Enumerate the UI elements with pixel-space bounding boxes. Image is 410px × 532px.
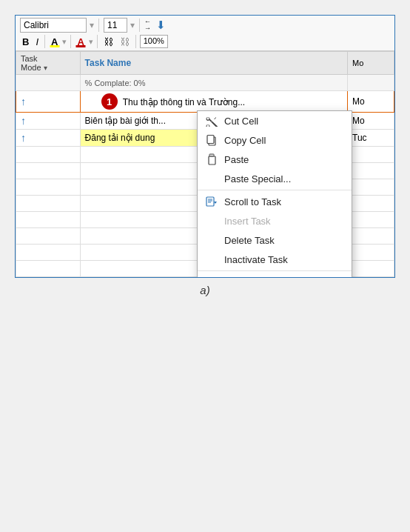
row2-mode-icon: ↑ xyxy=(21,115,26,127)
col-mode-header[interactable]: TaskMode ▾ xyxy=(16,52,81,75)
scroll-to-task-label: Scroll to Task xyxy=(224,196,281,207)
nav-arrows: ← → xyxy=(144,19,151,32)
ctx-delete-task[interactable]: Delete Task xyxy=(198,230,352,250)
taskname-header-text: Task Name xyxy=(85,58,131,68)
row1-task-name: Thu thập thông tin và Trường... xyxy=(123,97,245,107)
ctx-scroll-to-task[interactable]: Scroll to Task xyxy=(198,192,352,211)
percent-right-cell xyxy=(348,75,394,91)
unlink-button[interactable]: ⛓ xyxy=(118,36,132,48)
empty-mode xyxy=(16,245,81,261)
toolbar-separator6 xyxy=(135,35,136,48)
svg-rect-2 xyxy=(209,156,215,164)
ctx-divider2 xyxy=(198,270,352,271)
ctx-paste[interactable]: Paste xyxy=(198,150,352,169)
ctx-cut-cell[interactable]: Cut Cell xyxy=(198,111,352,130)
toolbar-separator4 xyxy=(70,35,71,48)
mode-header-text: TaskMode xyxy=(21,54,41,72)
table-header-row: TaskMode ▾ Task Name Mo xyxy=(16,52,394,75)
ctx-manually-schedule[interactable]: Manually Schedule xyxy=(198,273,352,278)
row3-right-cell: Tuc xyxy=(348,130,394,147)
copy-cell-label: Copy Cell xyxy=(224,135,266,146)
paste-special-icon xyxy=(205,172,218,185)
cut-cell-label: Cut Cell xyxy=(224,116,258,127)
toolbar: ▾ ▾ ← → ⬇ B I A ▾ xyxy=(16,16,394,51)
ctx-copy-cell[interactable]: Copy Cell xyxy=(198,130,352,150)
empty-mode xyxy=(16,228,81,245)
empty-right xyxy=(348,147,394,163)
delete-task-icon xyxy=(205,233,218,247)
arrow-right-btn[interactable]: → xyxy=(144,25,151,32)
manually-schedule-label: Manually Schedule xyxy=(224,277,306,279)
download-btn[interactable]: ⬇ xyxy=(154,18,168,33)
empty-right xyxy=(348,261,394,277)
scroll-icon xyxy=(205,195,218,208)
row1-mode-cell: ↑ xyxy=(16,91,81,113)
empty-mode xyxy=(16,163,81,179)
paste-icon xyxy=(205,153,218,166)
link-button[interactable]: ⛓ xyxy=(101,36,115,48)
table-row: ↑ 1 Thu thập thông tin và Trường... Mo xyxy=(16,91,394,113)
empty-right xyxy=(348,196,394,212)
svg-marker-8 xyxy=(214,202,217,204)
empty-right xyxy=(348,245,394,261)
row1-right-cell: Mo xyxy=(348,91,394,113)
empty-mode xyxy=(16,212,81,228)
circle-badge-1: 1 xyxy=(101,93,118,110)
empty-right xyxy=(348,212,394,228)
col-right-text: Mo xyxy=(352,59,363,67)
svg-rect-4 xyxy=(206,197,214,206)
table-area: TaskMode ▾ Task Name Mo xyxy=(16,51,394,277)
bold-button[interactable]: B xyxy=(20,36,31,48)
figure-caption: a) xyxy=(200,284,209,296)
scissors-icon xyxy=(205,114,218,127)
row3-task-name: Đăng tải nội dung xyxy=(85,133,155,143)
mode-dropdown-icon[interactable]: ▾ xyxy=(44,64,47,72)
row2-mode-cell: ↑ xyxy=(16,113,81,130)
italic-button[interactable]: I xyxy=(33,36,41,48)
paste-label: Paste xyxy=(224,154,249,165)
row3-mode-cell: ↑ xyxy=(16,130,81,147)
inactivate-task-label: Inactivate Task xyxy=(224,254,288,265)
empty-right xyxy=(348,163,394,179)
toolbar-row2: B I A ▾ A ▾ ⛓ ⛓ xyxy=(20,35,390,48)
toolbar-separator5 xyxy=(97,35,98,48)
row2-task-name: Biên tập bài giới th... xyxy=(85,116,166,126)
row3-mode-icon: ↑ xyxy=(21,132,26,144)
row1-name-cell: 1 Thu thập thông tin và Trường... xyxy=(80,91,347,113)
col-right-header: Mo xyxy=(348,52,394,75)
percent-text: % Complate: 0% xyxy=(85,79,146,87)
empty-right xyxy=(348,179,394,196)
font-size-input[interactable] xyxy=(104,18,127,33)
percent-mode-cell xyxy=(16,75,81,91)
ctx-insert-task[interactable]: Insert Task xyxy=(198,211,352,230)
font-color-button[interactable]: A xyxy=(75,36,86,48)
ctx-paste-special[interactable]: Paste Special... xyxy=(198,169,352,188)
toolbar-separator xyxy=(98,19,99,32)
col-taskname-header: Task Name xyxy=(80,52,347,75)
font-name-input[interactable] xyxy=(20,18,87,33)
inactivate-icon xyxy=(205,253,218,266)
toolbar-row1: ▾ ▾ ← → ⬇ xyxy=(20,18,390,33)
percent-row: % Complate: 0% xyxy=(16,75,394,91)
copy-icon xyxy=(205,133,218,147)
insert-task-icon xyxy=(205,214,218,227)
empty-right xyxy=(348,228,394,245)
row1-mode-icon: ↑ xyxy=(21,96,26,107)
context-menu: Cut Cell Copy Cell Paste xyxy=(197,110,352,278)
zoom-box: 100% xyxy=(140,35,168,48)
empty-mode xyxy=(16,179,81,196)
delete-task-label: Delete Task xyxy=(224,235,275,246)
toolbar-separator2 xyxy=(139,19,140,32)
svg-rect-10 xyxy=(209,277,210,278)
screenshot: ▾ ▾ ← → ⬇ B I A ▾ xyxy=(15,15,395,278)
percent-value-cell: % Complate: 0% xyxy=(80,75,347,91)
paste-special-label: Paste Special... xyxy=(224,173,291,184)
empty-mode xyxy=(16,196,81,212)
empty-mode xyxy=(16,261,81,277)
figure-container: ▾ ▾ ← → ⬇ B I A ▾ xyxy=(15,15,395,296)
row2-right-cell: Mo xyxy=(348,113,394,130)
highlight-button[interactable]: A xyxy=(49,36,60,48)
manual-schedule-icon xyxy=(205,276,218,278)
toolbar-separator3 xyxy=(44,35,45,48)
ctx-inactivate-task[interactable]: Inactivate Task xyxy=(198,250,352,269)
